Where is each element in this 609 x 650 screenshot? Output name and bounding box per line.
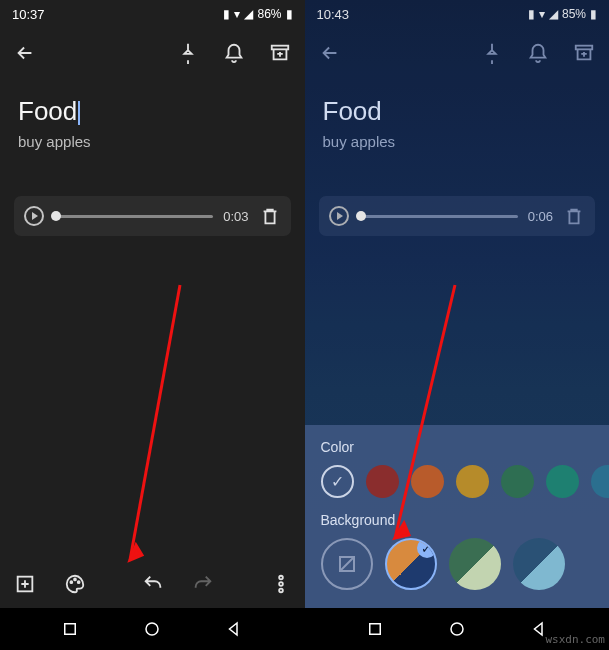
bottom-toolbar: [0, 560, 305, 608]
color-swatch[interactable]: [546, 465, 579, 498]
system-nav: [0, 608, 305, 650]
play-button[interactable]: [329, 206, 349, 226]
play-button[interactable]: [24, 206, 44, 226]
archive-icon[interactable]: [269, 42, 291, 64]
back-icon[interactable]: [14, 42, 36, 64]
color-swatch[interactable]: [591, 465, 610, 498]
add-box-icon[interactable]: [14, 573, 36, 595]
audio-clip: 0:06: [319, 196, 596, 236]
annotation-arrow: [120, 280, 190, 580]
svg-point-13: [451, 623, 463, 635]
note-toolbar: [305, 28, 610, 78]
svg-point-9: [146, 623, 158, 635]
background-swatch[interactable]: [449, 538, 501, 590]
note-toolbar: [0, 28, 305, 78]
back-nav-icon[interactable]: [225, 620, 243, 638]
home-icon[interactable]: [143, 620, 161, 638]
back-icon[interactable]: [319, 42, 341, 64]
reminder-icon[interactable]: [527, 42, 549, 64]
trash-icon[interactable]: [563, 205, 585, 227]
svg-rect-8: [65, 624, 76, 635]
recents-icon[interactable]: [61, 620, 79, 638]
audio-duration: 0:06: [528, 209, 553, 224]
background-swatch[interactable]: ✓: [385, 538, 437, 590]
audio-progress[interactable]: [54, 215, 213, 218]
color-section-label: Color: [321, 439, 594, 455]
svg-point-2: [70, 581, 72, 583]
svg-point-3: [74, 579, 76, 581]
recents-icon[interactable]: [366, 620, 384, 638]
color-swatch-none[interactable]: ✓: [321, 465, 354, 498]
palette-icon[interactable]: [64, 573, 86, 595]
more-icon[interactable]: [270, 573, 292, 595]
color-swatch[interactable]: [501, 465, 534, 498]
status-icons: ▮▾◢ 85%▮: [528, 7, 597, 21]
status-icons: ▮▾◢ 86%▮: [223, 7, 292, 21]
svg-rect-12: [370, 624, 381, 635]
note-body[interactable]: buy apples: [18, 133, 287, 150]
background-swatch-none[interactable]: [321, 538, 373, 590]
watermark: wsxdn.com: [545, 633, 605, 646]
undo-icon[interactable]: [142, 573, 164, 595]
svg-point-4: [78, 581, 80, 583]
status-bar: 10:43 ▮▾◢ 85%▮: [305, 0, 610, 28]
audio-duration: 0:03: [223, 209, 248, 224]
color-row: ✓: [321, 465, 594, 498]
redo-icon: [192, 573, 214, 595]
background-swatch[interactable]: [513, 538, 565, 590]
svg-point-6: [279, 582, 283, 586]
trash-icon[interactable]: [259, 205, 281, 227]
background-section-label: Background: [321, 512, 594, 528]
svg-rect-10: [576, 46, 593, 50]
status-time: 10:43: [317, 7, 350, 22]
status-time: 10:37: [12, 7, 45, 22]
reminder-icon[interactable]: [223, 42, 245, 64]
archive-icon[interactable]: [573, 42, 595, 64]
audio-clip: 0:03: [14, 196, 291, 236]
color-swatch[interactable]: [456, 465, 489, 498]
pin-icon[interactable]: [177, 42, 199, 64]
note-title[interactable]: Food: [18, 96, 287, 127]
background-sheet: Color ✓ Background ✓: [305, 425, 610, 608]
home-icon[interactable]: [448, 620, 466, 638]
audio-progress[interactable]: [359, 215, 518, 218]
svg-point-7: [279, 589, 283, 593]
svg-point-5: [279, 576, 283, 580]
note-body[interactable]: buy apples: [323, 133, 592, 150]
note-title[interactable]: Food: [323, 96, 592, 127]
background-row: ✓: [321, 538, 594, 590]
pin-icon[interactable]: [481, 42, 503, 64]
status-bar: 10:37 ▮▾◢ 86%▮: [0, 0, 305, 28]
color-swatch[interactable]: [366, 465, 399, 498]
color-swatch[interactable]: [411, 465, 444, 498]
svg-rect-0: [271, 46, 288, 50]
